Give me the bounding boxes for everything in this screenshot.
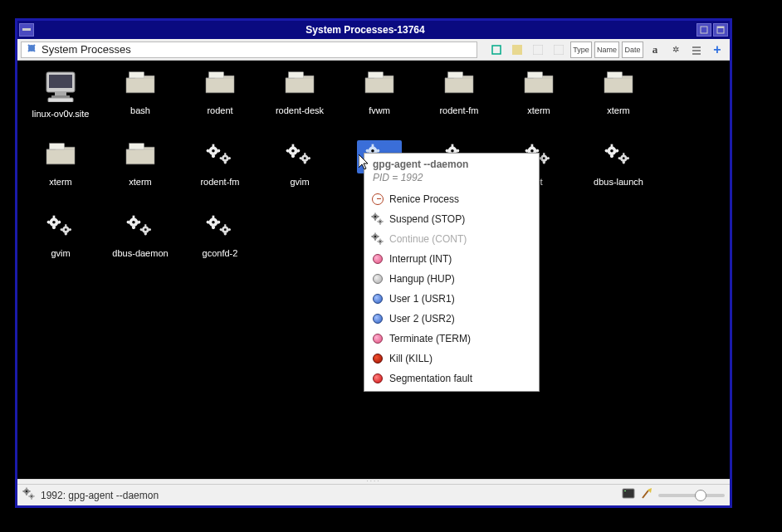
- broom-icon[interactable]: [640, 487, 653, 503]
- context-menu-item[interactable]: Interrupt (INT): [364, 249, 539, 269]
- folder-icon: [118, 69, 163, 102]
- svg-rect-20: [22, 28, 31, 31]
- process-item[interactable]: rodent-fm: [419, 67, 499, 132]
- tool-unknown-1-icon[interactable]: [508, 41, 526, 58]
- tool-font-icon[interactable]: a: [646, 41, 664, 58]
- folder-icon: [38, 140, 83, 173]
- process-item[interactable]: xterm: [579, 67, 658, 132]
- sort-name-button[interactable]: Name: [594, 41, 619, 58]
- clock-icon: [371, 193, 384, 206]
- process-label: rodent-desk: [276, 105, 324, 115]
- process-item[interactable]: fvwm: [340, 67, 419, 132]
- process-label: xterm: [129, 177, 152, 187]
- context-menu-item-label: User 2 (USR2): [389, 313, 455, 325]
- tool-unknown-2-icon[interactable]: [529, 41, 547, 58]
- context-menu-item[interactable]: User 2 (USR2): [364, 309, 539, 329]
- process-item[interactable]: rodent-desk: [260, 67, 340, 132]
- signal-dot-icon: [371, 252, 384, 266]
- gears-icon: [596, 140, 641, 173]
- folder-icon: [277, 69, 322, 102]
- signal-dot-icon: [371, 332, 384, 345]
- gears-icon: [198, 212, 242, 245]
- svg-rect-23: [717, 27, 724, 28]
- process-label: rodent: [207, 105, 232, 115]
- maximize-button[interactable]: [713, 23, 728, 37]
- window-menu-button[interactable]: [19, 23, 34, 37]
- process-item[interactable]: gvim: [260, 139, 340, 203]
- folder-icon: [437, 69, 481, 102]
- process-item[interactable]: xterm: [499, 67, 579, 132]
- tool-list-icon[interactable]: [687, 41, 706, 58]
- signal-dot-icon: [371, 372, 384, 385]
- gears-icon: [198, 140, 242, 173]
- tool-add-icon[interactable]: +: [708, 41, 726, 58]
- context-menu-pid: PID = 1992: [373, 172, 530, 185]
- zoom-slider[interactable]: [658, 494, 725, 497]
- process-item[interactable]: linux-ov0v.site: [21, 67, 100, 132]
- tool-unknown-3-icon[interactable]: [550, 41, 568, 58]
- svg-rect-26: [533, 45, 543, 55]
- folder-icon: [357, 69, 402, 102]
- context-menu-item-label: Kill (KILL): [389, 353, 433, 364]
- process-item[interactable]: dbus-launch: [579, 139, 658, 203]
- status-gears-icon: [22, 487, 36, 503]
- process-item[interactable]: xterm: [100, 139, 180, 203]
- process-item[interactable]: rodent: [180, 67, 260, 132]
- svg-rect-27: [554, 45, 564, 55]
- gears-icon: [38, 212, 83, 245]
- process-label: bash: [130, 105, 150, 115]
- context-menu-item[interactable]: Segmentation fault: [364, 368, 539, 388]
- sort-type-button[interactable]: Type: [570, 41, 592, 58]
- process-item[interactable]: gvim: [21, 210, 100, 275]
- context-menu-item: Continue (CONT): [364, 229, 539, 249]
- computer-icon: [38, 69, 83, 105]
- location-bar[interactable]: System Processes: [21, 41, 477, 58]
- process-label: xterm: [527, 105, 550, 115]
- process-item[interactable]: bash: [100, 67, 180, 132]
- toolbar: System Processes Type Name Date a ✲ +: [17, 39, 730, 61]
- context-menu-item[interactable]: Terminate (TERM): [364, 329, 539, 349]
- process-label: dbus-daemon: [112, 248, 168, 258]
- context-menu-item[interactable]: Renice Process: [364, 189, 539, 209]
- context-menu: gpg-agent --daemon PID = 1992 Renice Pro…: [364, 153, 540, 392]
- context-menu-item-label: Continue (CONT): [389, 233, 467, 245]
- process-item[interactable]: xterm: [21, 139, 100, 203]
- context-menu-item[interactable]: Hangup (HUP): [364, 269, 539, 289]
- context-menu-item-label: Hangup (HUP): [389, 273, 455, 285]
- tool-refresh-icon[interactable]: [487, 41, 506, 58]
- titlebar: System Processes-13764: [17, 21, 730, 39]
- window-title: System Processes-13764: [34, 24, 696, 36]
- app-icon: [25, 41, 38, 57]
- status-text: 1992: gpg-agent --daemon: [41, 490, 159, 501]
- process-label: rodent-fm: [200, 177, 239, 187]
- context-menu-item[interactable]: Suspend (STOP): [364, 209, 539, 229]
- sort-date-button[interactable]: Date: [622, 41, 643, 58]
- context-menu-item[interactable]: Kill (KILL): [364, 349, 539, 368]
- svg-rect-21: [701, 27, 707, 33]
- gears-icon: [371, 212, 384, 226]
- process-label: linux-ov0v.site: [32, 109, 90, 119]
- context-menu-item-label: Interrupt (INT): [389, 253, 452, 265]
- context-menu-item-label: Segmentation fault: [389, 373, 472, 384]
- folder-icon: [198, 69, 242, 102]
- process-label: gvim: [51, 248, 70, 258]
- process-label: dbus-launch: [594, 177, 643, 187]
- tool-star-icon[interactable]: ✲: [667, 41, 685, 58]
- gears-icon: [118, 212, 163, 245]
- folder-icon: [516, 69, 561, 102]
- process-label: xterm: [607, 105, 630, 115]
- terminal-icon[interactable]: [622, 487, 635, 503]
- process-label: fvwm: [369, 105, 390, 115]
- context-menu-item-label: User 1 (USR1): [389, 293, 455, 305]
- statusbar: 1992: gpg-agent --daemon: [17, 484, 730, 505]
- process-item[interactable]: dbus-daemon: [100, 210, 180, 275]
- process-label: xterm: [49, 177, 72, 187]
- context-menu-item-label: Suspend (STOP): [389, 213, 465, 225]
- svg-rect-30: [692, 53, 701, 55]
- svg-rect-28: [692, 46, 701, 48]
- minimize-button[interactable]: [696, 23, 711, 37]
- process-item[interactable]: rodent-fm: [180, 139, 260, 203]
- process-item[interactable]: gconfd-2: [180, 210, 260, 275]
- process-label: rodent-fm: [439, 105, 478, 115]
- context-menu-item[interactable]: User 1 (USR1): [364, 289, 539, 309]
